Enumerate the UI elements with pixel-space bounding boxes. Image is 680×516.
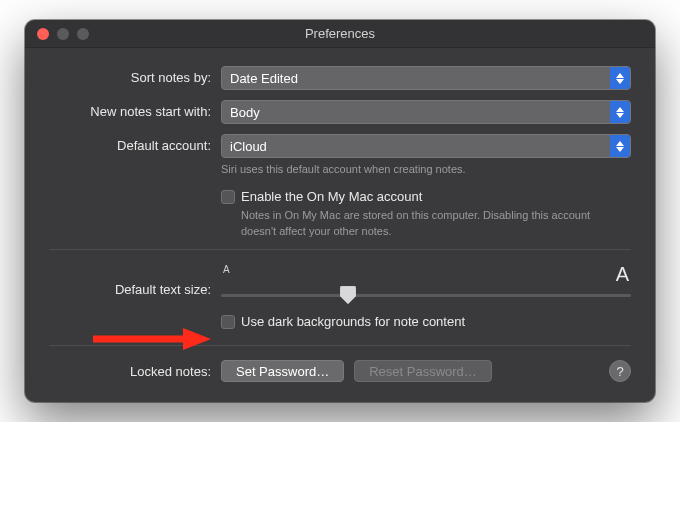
text-size-big-a: A: [616, 264, 629, 284]
reset-password-button: Reset Password…: [354, 360, 492, 382]
set-password-button[interactable]: Set Password…: [221, 360, 344, 382]
window-title: Preferences: [25, 26, 655, 41]
chevron-updown-icon: [610, 67, 630, 89]
sort-notes-value: Date Edited: [230, 71, 298, 86]
content-area: Sort notes by: Date Edited New notes sta…: [25, 48, 655, 402]
close-icon[interactable]: [37, 28, 49, 40]
locked-notes-label: Locked notes:: [49, 364, 221, 379]
help-button[interactable]: ?: [609, 360, 631, 382]
dark-backgrounds-checkbox-row[interactable]: Use dark backgrounds for note content: [221, 314, 631, 329]
titlebar: Preferences: [25, 20, 655, 48]
slider-track-line: [221, 294, 631, 297]
row-sort-notes: Sort notes by: Date Edited: [49, 66, 631, 90]
minimize-icon[interactable]: [57, 28, 69, 40]
divider: [49, 249, 631, 250]
row-enable-on-my-mac: Enable the On My Mac account Notes in On…: [49, 189, 631, 239]
text-size-small-a: A: [223, 264, 230, 284]
sort-notes-label: Sort notes by:: [49, 66, 221, 85]
row-new-notes: New notes start with: Body: [49, 100, 631, 124]
dark-backgrounds-checkbox[interactable]: [221, 315, 235, 329]
slider-thumb[interactable]: [340, 286, 356, 304]
enable-on-my-mac-hint: Notes in On My Mac are stored on this co…: [241, 208, 601, 239]
enable-on-my-mac-checkbox[interactable]: [221, 190, 235, 204]
divider: [49, 345, 631, 346]
preferences-window: Preferences Sort notes by: Date Edited N…: [25, 20, 655, 402]
new-notes-label: New notes start with:: [49, 100, 221, 119]
dark-backgrounds-label: Use dark backgrounds for note content: [241, 314, 465, 329]
enable-on-my-mac-checkbox-row[interactable]: Enable the On My Mac account Notes in On…: [221, 189, 631, 239]
chevron-updown-icon: [610, 101, 630, 123]
chevron-updown-icon: [610, 135, 630, 157]
enable-on-my-mac-label: Enable the On My Mac account: [241, 189, 601, 204]
text-size-slider[interactable]: [221, 286, 631, 304]
maximize-icon[interactable]: [77, 28, 89, 40]
default-account-label: Default account:: [49, 134, 221, 153]
text-size-label: Default text size:: [49, 272, 221, 297]
new-notes-value: Body: [230, 105, 260, 120]
default-account-hint: Siri uses this default account when crea…: [221, 162, 631, 177]
row-default-account: Default account: iCloud Siri uses this d…: [49, 134, 631, 177]
row-locked-notes: Locked notes: Set Password… Reset Passwo…: [49, 360, 631, 382]
new-notes-select[interactable]: Body: [221, 100, 631, 124]
slider-labels: A A: [221, 264, 631, 284]
row-text-size: Default text size: A A: [49, 264, 631, 304]
default-account-value: iCloud: [230, 139, 267, 154]
sort-notes-select[interactable]: Date Edited: [221, 66, 631, 90]
row-dark-backgrounds: Use dark backgrounds for note content: [49, 314, 631, 329]
default-account-select[interactable]: iCloud: [221, 134, 631, 158]
help-icon: ?: [616, 364, 623, 379]
traffic-lights: [25, 28, 89, 40]
